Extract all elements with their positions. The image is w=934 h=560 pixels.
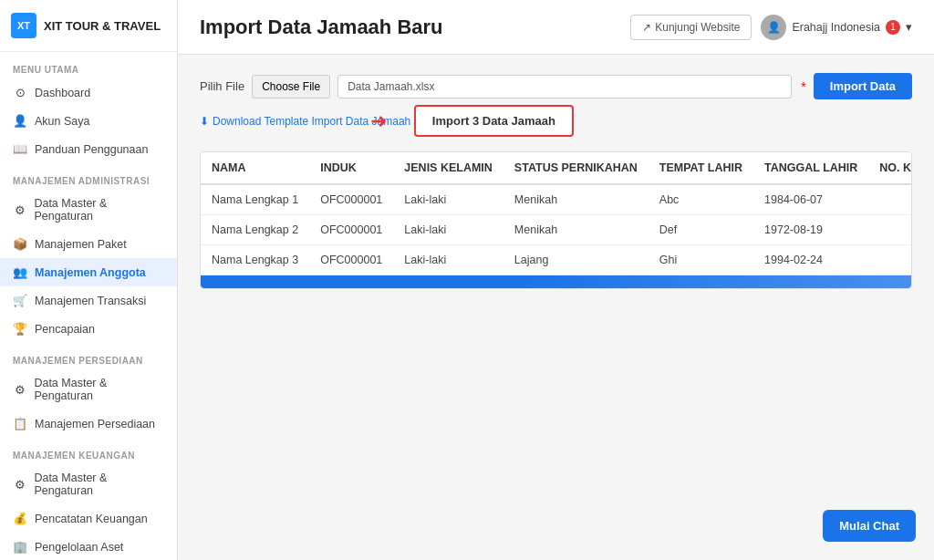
money-icon: 💰 (13, 512, 27, 525)
sidebar-item-label: Manajemen Paket (35, 238, 127, 251)
file-name-display: Data Jamaah.xlsx (337, 75, 792, 99)
sidebar-item-label: Pencapaian (35, 323, 95, 336)
sidebar-item-manajemen-persediaan[interactable]: 📋 Manajemen Persediaan (0, 410, 177, 438)
manajemen-keuangan-title: MANAJEMEN KEUANGAN (0, 438, 177, 464)
trophy-icon: 🏆 (13, 322, 27, 336)
page-title: Import Data Jamaah Baru (200, 16, 443, 39)
user-icon: 👤 (13, 114, 27, 128)
sidebar-item-data-master-persediaan[interactable]: ⚙ Data Master & Pengaturan (0, 369, 177, 410)
cell-tempat: Def (649, 215, 753, 245)
sidebar-item-manajemen-transaksi[interactable]: 🛒 Manajemen Transaksi (0, 286, 177, 315)
sidebar-item-label: Manajemen Anggota (35, 266, 146, 279)
header: Import Data Jamaah Baru ↗ Kunjungi Websi… (178, 0, 934, 55)
col-induk: INDUK (309, 152, 393, 184)
sidebar-item-label: Pencatatan Keuangan (35, 513, 148, 525)
col-tempat-lahir: TEMPAT LAHIR (649, 152, 753, 184)
content-area: Pilih File Choose File Data Jamaah.xlsx … (178, 55, 934, 560)
logo-icon: XT (11, 13, 36, 38)
main-content: Import Data Jamaah Baru ↗ Kunjungi Websi… (178, 0, 934, 560)
cart-icon: 🛒 (13, 294, 27, 307)
sidebar-item-pencapaian[interactable]: 🏆 Pencapaian (0, 315, 177, 343)
cell-ktp (868, 184, 912, 215)
cell-jenis-kelamin: Laki-laki (393, 245, 503, 275)
jamaah-table: NAMA INDUK JENIS KELAMIN STATUS PERNIKAH… (201, 152, 912, 275)
menu-utama-title: MENU UTAMA (0, 52, 177, 78)
cell-tanggal: 1984-06-07 (753, 184, 868, 215)
required-indicator: * (801, 79, 805, 94)
cell-nama: Nama Lengkap 3 (201, 245, 309, 275)
sidebar-item-akun[interactable]: 👤 Akun Saya (0, 107, 177, 135)
dashboard-icon: ⊙ (13, 86, 27, 99)
jamaah-table-container: NAMA INDUK JENIS KELAMIN STATUS PERNIKAH… (200, 151, 912, 289)
package-icon: 📦 (13, 237, 27, 251)
col-nama: NAMA (201, 152, 309, 184)
sidebar: XT XIT TOUR & TRAVEL MENU UTAMA ⊙ Dashbo… (0, 0, 178, 560)
settings3-icon: ⚙ (13, 478, 26, 492)
sidebar-item-label: Data Master & Pengaturan (34, 197, 164, 223)
table-row: Nama Lengkap 3 OFC000001 Laki-laki Lajan… (201, 245, 912, 275)
file-upload-row: Pilih File Choose File Data Jamaah.xlsx … (200, 73, 912, 99)
sidebar-item-label: Manajemen Transaksi (35, 295, 146, 307)
external-link-icon: ↗ (642, 21, 651, 34)
table-row: Nama Lengkap 2 OFC000001 Laki-laki Menik… (201, 215, 912, 245)
import-jamaah-button[interactable]: Import 3 Data Jamaah (414, 105, 574, 137)
visit-website-button[interactable]: ↗ Kunjungi Website (630, 15, 752, 40)
choose-file-button[interactable]: Choose File (252, 75, 330, 99)
col-status-pernikahan: STATUS PERNIKAHAN (503, 152, 649, 184)
sidebar-item-label: Manajemen Persediaan (35, 418, 155, 430)
sidebar-item-pengelolaan-aset[interactable]: 🏢 Pengelolaan Aset (0, 533, 177, 560)
sidebar-item-data-master-keuangan[interactable]: ⚙ Data Master & Pengaturan (0, 464, 177, 504)
cell-induk: OFC000001 (309, 184, 393, 215)
sidebar-item-data-master-admin[interactable]: ⚙ Data Master & Pengaturan (0, 190, 177, 230)
sidebar-item-label: Akun Saya (35, 115, 89, 128)
settings2-icon: ⚙ (13, 383, 26, 397)
table-footer-bar (201, 275, 911, 288)
cell-tanggal: 1994-02-24 (753, 245, 868, 275)
chat-button[interactable]: Mulai Chat (823, 510, 916, 542)
import-data-button[interactable]: Import Data (814, 73, 912, 99)
sidebar-logo: XT XIT TOUR & TRAVEL (0, 0, 177, 52)
table-row: Nama Lengkap 1 OFC000001 Laki-laki Menik… (201, 184, 912, 215)
visit-btn-label: Kunjungi Website (655, 21, 740, 34)
notification-badge: 1 (886, 20, 900, 35)
sidebar-item-manajemen-paket[interactable]: 📦 Manajemen Paket (0, 230, 177, 258)
import-jamaah-wrapper: ➜ Import 3 Data Jamaah (414, 105, 574, 137)
sidebar-item-panduan[interactable]: 📖 Panduan Penggunaan (0, 135, 177, 163)
chevron-down-icon: ▾ (906, 20, 912, 34)
sidebar-item-manajemen-anggota[interactable]: 👥 Manajemen Anggota (0, 258, 177, 286)
members-icon: 👥 (13, 265, 27, 279)
table-header-row: NAMA INDUK JENIS KELAMIN STATUS PERNIKAH… (201, 152, 912, 184)
cell-induk: OFC000001 (309, 215, 393, 245)
col-no-ktp: NO. KTP (868, 152, 912, 184)
cell-ktp (868, 245, 912, 275)
cell-nama: Nama Lengkap 1 (201, 184, 309, 215)
manajemen-persediaan-title: MANAJEMEN PERSEDIAAN (0, 343, 177, 369)
app-name: XIT TOUR & TRAVEL (44, 19, 161, 33)
sidebar-item-label: Data Master & Pengaturan (34, 472, 164, 497)
cell-jenis-kelamin: Laki-laki (393, 215, 503, 245)
sidebar-item-label: Data Master & Pengaturan (34, 377, 164, 402)
sidebar-item-pencatatan-keuangan[interactable]: 💰 Pencatatan Keuangan (0, 504, 177, 533)
user-name: Erahajj Indonesia (792, 21, 880, 34)
avatar: 👤 (761, 15, 786, 40)
cell-induk: OFC000001 (309, 245, 393, 275)
download-icon: ⬇ (200, 115, 209, 128)
cell-tanggal: 1972-08-19 (753, 215, 868, 245)
cell-tempat: Ghi (649, 245, 753, 275)
cell-status: Menikah (503, 184, 649, 215)
inventory-icon: 📋 (13, 417, 27, 430)
cell-ktp (868, 215, 912, 245)
cell-jenis-kelamin: Laki-laki (393, 184, 503, 215)
cell-tempat: Abc (649, 184, 753, 215)
cell-status: Lajang (503, 245, 649, 275)
settings-icon: ⚙ (13, 203, 26, 217)
cell-status: Menikah (503, 215, 649, 245)
user-badge[interactable]: 👤 Erahajj Indonesia 1 ▾ (761, 15, 912, 40)
guide-icon: 📖 (13, 142, 27, 156)
arrow-indicator: ➜ (370, 109, 387, 133)
cell-nama: Nama Lengkap 2 (201, 215, 309, 245)
sidebar-item-dashboard[interactable]: ⊙ Dashboard (0, 78, 177, 107)
col-jenis-kelamin: JENIS KELAMIN (393, 152, 503, 184)
col-tanggal-lahir: TANGGAL LAHIR (753, 152, 868, 184)
manajemen-admin-title: MANAJEMEN ADMINISTRASI (0, 163, 177, 190)
